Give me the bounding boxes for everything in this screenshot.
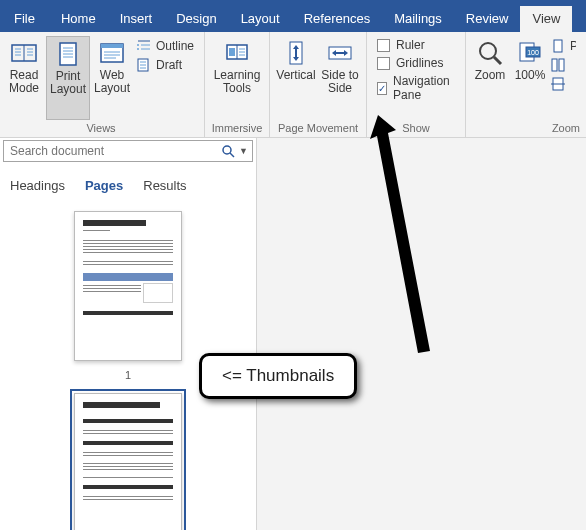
multi-page-button[interactable] <box>550 57 576 73</box>
vertical-icon <box>282 39 310 67</box>
one-page-button[interactable]: P <box>550 38 576 54</box>
tab-design[interactable]: Design <box>164 6 228 32</box>
page-number: 1 <box>125 369 131 381</box>
ribbon-tabs: File Home Insert Design Layout Reference… <box>0 6 586 32</box>
search-input[interactable] <box>4 144 217 158</box>
views-group-label: Views <box>2 120 200 137</box>
print-layout-icon <box>54 40 82 68</box>
svg-rect-42 <box>554 40 562 52</box>
multi-page-icon <box>550 57 566 73</box>
zoom-group-label: Zoom <box>470 120 582 137</box>
svg-point-21 <box>137 44 139 46</box>
chevron-down-icon[interactable]: ▼ <box>239 146 248 156</box>
svg-point-47 <box>223 146 231 154</box>
group-show: Ruler Gridlines ✓ Navigation Pane Show <box>367 32 466 137</box>
web-layout-button[interactable]: Web Layout <box>90 36 134 120</box>
read-mode-button[interactable]: Read Mode <box>2 36 46 120</box>
navigation-pane-checkbox[interactable]: ✓ Navigation Pane <box>377 74 453 102</box>
learning-tools-icon <box>223 39 251 67</box>
zoom-100-label: 100% <box>515 69 546 82</box>
tab-insert[interactable]: Insert <box>108 6 165 32</box>
svg-line-48 <box>230 153 234 157</box>
document-area[interactable] <box>257 138 586 530</box>
show-group-label: Show <box>371 120 461 137</box>
side-to-side-button[interactable]: Side to Side <box>318 36 362 120</box>
search-box[interactable]: ▼ <box>3 140 253 162</box>
partial-label: P <box>570 39 576 53</box>
ribbon: Read Mode Print Layout Web Layout <box>0 32 586 138</box>
page-width-button[interactable] <box>550 76 576 92</box>
web-layout-label: Web Layout <box>92 69 132 95</box>
svg-rect-43 <box>552 59 557 71</box>
tab-home[interactable]: Home <box>49 6 108 32</box>
thumbnail-item[interactable] <box>0 393 256 530</box>
svg-point-37 <box>480 43 496 59</box>
zoom-100-icon: 100 <box>516 39 544 67</box>
learning-tools-button[interactable]: Learning Tools <box>209 36 265 120</box>
tab-references[interactable]: References <box>292 6 382 32</box>
nav-tabs: Headings Pages Results <box>0 166 256 203</box>
group-page-movement: Vertical Side to Side Page Movement <box>270 32 367 137</box>
svg-point-22 <box>137 48 139 50</box>
read-mode-icon <box>10 39 38 67</box>
zoom-100-button[interactable]: 100 100% <box>510 36 550 120</box>
group-views: Read Mode Print Layout Web Layout <box>0 32 205 137</box>
vertical-label: Vertical <box>276 69 315 82</box>
learning-tools-label: Learning Tools <box>211 69 263 95</box>
navigation-pane-label: Navigation Pane <box>393 74 453 102</box>
ruler-label: Ruler <box>396 38 425 52</box>
ruler-checkbox[interactable]: Ruler <box>377 38 453 52</box>
side-to-side-icon <box>326 39 354 67</box>
svg-rect-14 <box>101 44 123 48</box>
draft-button[interactable]: Draft <box>136 57 194 73</box>
zoom-button[interactable]: Zoom <box>470 36 510 120</box>
checkbox-icon <box>377 57 390 70</box>
vertical-button[interactable]: Vertical <box>274 36 318 120</box>
one-page-icon <box>550 38 566 54</box>
gridlines-checkbox[interactable]: Gridlines <box>377 56 453 70</box>
group-immersive: Learning Tools Immersive <box>205 32 270 137</box>
magnifier-icon <box>476 39 504 67</box>
nav-tab-headings[interactable]: Headings <box>10 178 65 193</box>
immersive-group-label: Immersive <box>209 120 265 137</box>
print-layout-label: Print Layout <box>49 70 87 96</box>
outline-label: Outline <box>156 39 194 53</box>
page-width-icon <box>550 76 566 92</box>
draft-icon <box>136 57 152 73</box>
svg-text:100: 100 <box>527 49 539 56</box>
tab-mailings[interactable]: Mailings <box>382 6 454 32</box>
page-movement-group-label: Page Movement <box>274 120 362 137</box>
annotation-callout: <= Thumbnails <box>199 353 357 399</box>
tab-view[interactable]: View <box>520 6 572 32</box>
gridlines-label: Gridlines <box>396 56 443 70</box>
outline-icon <box>136 38 152 54</box>
navigation-pane: ▼ Headings Pages Results <box>0 138 257 530</box>
side-to-side-label: Side to Side <box>320 69 360 95</box>
page-thumbnail[interactable] <box>74 393 182 530</box>
read-mode-label: Read Mode <box>4 69 44 95</box>
outline-button[interactable]: Outline <box>136 38 194 54</box>
search-icon[interactable] <box>221 144 235 158</box>
web-layout-icon <box>98 39 126 67</box>
tab-file[interactable]: File <box>0 6 49 32</box>
print-layout-button[interactable]: Print Layout <box>46 36 90 120</box>
svg-line-38 <box>494 57 501 64</box>
nav-tab-pages[interactable]: Pages <box>85 178 123 193</box>
checkbox-checked-icon: ✓ <box>377 82 387 95</box>
draft-label: Draft <box>156 58 182 72</box>
zoom-label: Zoom <box>475 69 506 82</box>
page-thumbnail[interactable] <box>74 211 182 361</box>
svg-rect-44 <box>559 59 564 71</box>
tab-review[interactable]: Review <box>454 6 521 32</box>
tab-layout[interactable]: Layout <box>229 6 292 32</box>
nav-tab-results[interactable]: Results <box>143 178 186 193</box>
svg-rect-29 <box>229 48 235 56</box>
group-zoom: Zoom 100 100% P Zoom <box>466 32 586 137</box>
checkbox-icon <box>377 39 390 52</box>
